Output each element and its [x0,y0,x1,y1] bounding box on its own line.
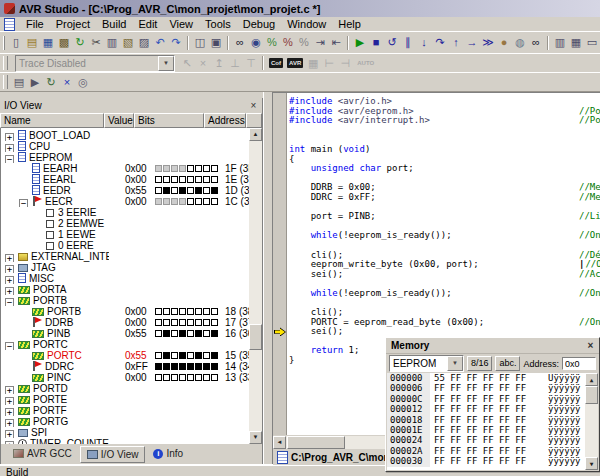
title-bar[interactable]: AVR Studio - [C:\Prog_AVR_C\mon_projet\m… [0,0,600,17]
chevron-down-icon[interactable]: ▼ [158,56,174,71]
io-register-row[interactable]: −EECR0x001C (3C) [1,196,262,207]
close-icon[interactable]: × [247,100,260,112]
cancel-build-icon[interactable]: × [59,75,75,90]
trace-bottom-icon[interactable]: ⊥ [227,56,243,71]
io-register-row[interactable]: 3 EERIE [1,207,262,218]
panel-tab-avr-gcc[interactable]: AVR GCC [7,446,78,461]
expand-toggle[interactable]: + [5,254,14,262]
expand-toggle[interactable]: + [5,419,14,427]
undo-icon[interactable]: ↶ [152,35,168,50]
toolbar-handle[interactable] [3,36,5,50]
trace-top-icon[interactable]: ⊤ [243,56,259,71]
output-window-icon[interactable]: ▭ [584,35,600,50]
redo-icon[interactable]: ↷ [168,35,184,50]
io-register-row[interactable]: +PORTD [1,383,262,394]
step-out-icon[interactable]: ↑ [448,35,464,50]
autostep-icon[interactable]: ≫ [480,35,496,50]
document-icon[interactable] [4,18,15,31]
bookmark-toggle-icon[interactable]: % [264,35,280,50]
io-register-row[interactable]: +TIMER_COUNTER_0 [1,438,262,444]
io-register-row[interactable]: DDRC0xFF14 (34) [1,361,262,372]
step-over-icon[interactable]: ↷ [432,35,448,50]
memory-type-combobox[interactable]: EEPROM ▼ [389,355,464,372]
pause-icon[interactable]: ∥ [400,35,416,50]
io-register-row[interactable]: +EXTERNAL_INTERRUPT [1,251,262,262]
menu-tools[interactable]: Tools [199,18,237,30]
reset-icon[interactable]: ↺ [384,35,400,50]
chevron-down-icon[interactable]: ▼ [447,356,463,371]
memory-hex-view[interactable]: 00000055 FF FF FF FF FFUÿÿÿÿÿ000006FF FF… [387,373,598,470]
io-register-row[interactable]: +PORTF [1,405,262,416]
expand-toggle[interactable]: + [5,408,14,416]
project-window-icon[interactable]: ▣ [208,35,224,50]
find-in-files-icon[interactable]: ◉ [248,35,264,50]
breakpoint-icon[interactable]: ● [496,35,512,50]
transistor-b-icon[interactable]: ⊣ [337,56,353,71]
memory-window-icon[interactable]: ▦ [568,35,584,50]
io-register-row[interactable]: EEARL0x001E (3E) [1,174,262,185]
stop-icon[interactable]: ■ [368,35,384,50]
io-register-row[interactable]: −PORTB [1,295,262,306]
save-file-icon[interactable]: ▦ [40,35,56,50]
bookmark-clear-icon[interactable]: % [296,35,312,50]
open-file-icon[interactable]: ▤ [24,35,40,50]
expand-toggle[interactable]: + [5,276,14,284]
io-register-row[interactable]: +MISC [1,273,262,284]
io-register-row[interactable]: 1 EEWE [1,229,262,240]
menu-window[interactable]: Window [281,18,332,30]
io-register-row[interactable]: EEDR0x551D (3D) [1,185,262,196]
io-register-row[interactable]: −EEPROM [1,152,262,163]
menu-edit[interactable]: Edit [132,18,163,30]
expand-toggle[interactable]: + [5,265,14,273]
copy-icon[interactable]: ▥ [104,35,120,50]
io-register-row[interactable]: +BOOT_LOAD [1,130,262,141]
expand-toggle[interactable]: − [19,199,28,207]
ascii-toggle-button[interactable]: abc. [495,356,520,371]
trace-icon[interactable]: ◍ [512,35,528,50]
find-icon[interactable]: ∞ [232,35,248,50]
memory-scrollbar[interactable]: ▲ ▼ [585,373,598,470]
scroll-up-icon[interactable]: ▲ [249,128,262,141]
scrollbar-thumb[interactable] [287,436,345,449]
program-device-icon[interactable]: ↻ [43,75,59,90]
io-register-row[interactable]: +PORTA [1,284,262,295]
io-register-row[interactable]: PORTB0x0018 (38) [1,306,262,317]
scroll-down-icon[interactable]: ▼ [585,457,598,470]
menu-build[interactable]: Build [96,18,132,30]
column-header-value[interactable]: Value [104,113,134,128]
io-tree-scrollbar[interactable]: ▲ ▼ [249,128,262,444]
chip-config-icon[interactable]: ◎ [75,75,91,90]
new-window-icon[interactable]: ◫ [192,35,208,50]
compile-icon[interactable]: ↻ [72,35,88,50]
io-register-row[interactable]: PINC0x0013 (33) [1,372,262,383]
close-icon[interactable]: × [584,340,597,352]
scrollbar-thumb[interactable] [585,386,598,404]
scroll-up-icon[interactable]: ▲ [585,373,598,386]
column-header-name[interactable]: Name [0,113,104,128]
auto-label[interactable]: AUTO [355,58,376,68]
panel-splitter[interactable] [263,92,273,464]
expand-toggle[interactable]: − [5,298,14,306]
expand-toggle[interactable]: − [5,342,14,350]
indent-icon[interactable]: ⇥ [312,35,328,50]
panel-tab-i-o-view[interactable]: I/O View [80,446,146,463]
io-register-row[interactable]: PINB0x5516 (36) [1,328,262,339]
save-all-icon[interactable]: ▩ [56,35,72,50]
menu-debug[interactable]: Debug [237,18,281,30]
build-and-run-icon[interactable]: ▶ [27,75,43,90]
paste-icon[interactable]: ▧ [120,35,136,50]
trace-clear-icon[interactable]: × [195,56,211,71]
io-register-row[interactable]: +SPI [1,427,262,438]
address-input[interactable] [562,357,596,370]
watch-window-icon[interactable]: ▥ [552,35,568,50]
scroll-down-icon[interactable]: ▼ [249,431,262,444]
expand-toggle[interactable]: + [5,133,14,141]
expand-toggle[interactable]: − [5,155,14,163]
expand-toggle[interactable]: + [5,144,14,152]
avr-badge[interactable]: AVR [287,58,303,68]
device-chip-icon[interactable]: ▦ [305,56,321,71]
scrollbar-thumb[interactable] [249,324,262,350]
panel-tab-info[interactable]: Info [147,446,189,461]
print-icon[interactable]: ▨ [136,35,152,50]
expand-toggle[interactable]: + [5,441,14,444]
